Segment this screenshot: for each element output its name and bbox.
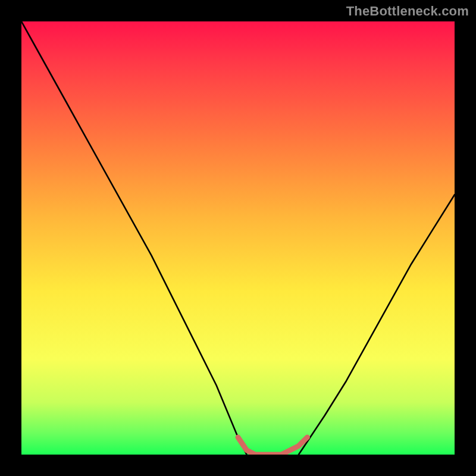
right-branch-line xyxy=(299,195,455,455)
valley-highlight-line xyxy=(238,437,308,455)
watermark-text: TheBottleneck.com xyxy=(346,4,469,19)
curve-layer xyxy=(21,21,455,455)
chart-frame: TheBottleneck.com xyxy=(0,0,476,476)
plot-area xyxy=(21,21,455,455)
left-branch-line xyxy=(21,21,247,455)
